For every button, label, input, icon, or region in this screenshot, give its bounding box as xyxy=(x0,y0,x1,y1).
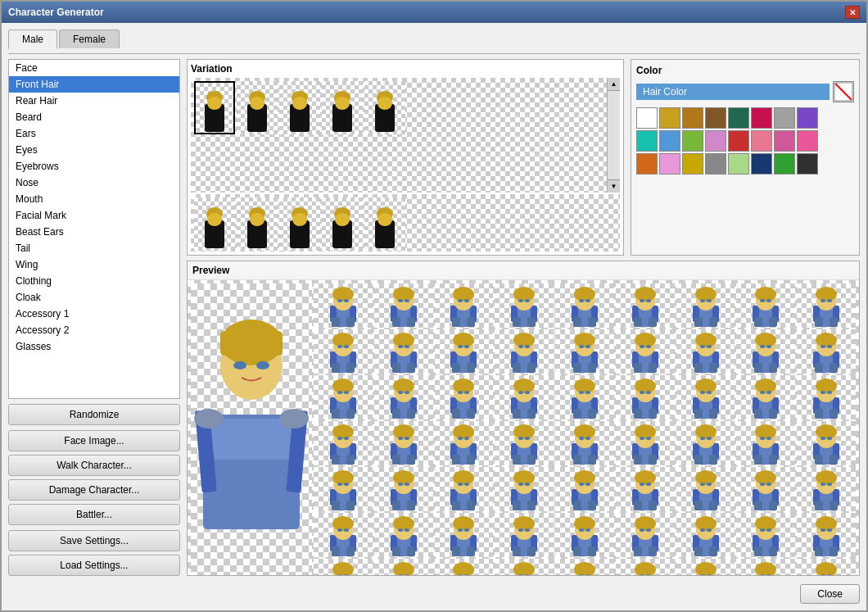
color-swatch-9[interactable] xyxy=(659,130,680,152)
color-swatch-3[interactable] xyxy=(705,107,726,129)
svg-point-8 xyxy=(292,97,307,110)
category-ears[interactable]: Ears xyxy=(9,125,179,142)
svg-point-121 xyxy=(821,299,825,302)
svg-rect-340 xyxy=(649,455,657,465)
variation-item-4[interactable] xyxy=(322,81,363,134)
color-swatch-17[interactable] xyxy=(659,153,680,175)
category-tail[interactable]: Tail xyxy=(9,240,179,256)
variation-item-1[interactable] xyxy=(194,81,235,134)
category-glasses[interactable]: Glasses xyxy=(9,338,179,355)
tab-male[interactable]: Male xyxy=(8,29,57,49)
svg-rect-195 xyxy=(754,363,762,373)
category-eyes[interactable]: Eyes xyxy=(9,142,179,158)
color-swatch-2[interactable] xyxy=(682,107,703,129)
variation-item-2[interactable] xyxy=(237,81,278,134)
variation-item-10[interactable] xyxy=(364,197,405,251)
battler-button[interactable]: Battler... xyxy=(8,504,180,525)
color-swatch-10[interactable] xyxy=(682,130,703,152)
svg-point-392 xyxy=(464,483,469,486)
category-mouth[interactable]: Mouth xyxy=(9,191,179,207)
category-facial-mark[interactable]: Facial Mark xyxy=(9,207,179,224)
sprite-cell-31 xyxy=(555,421,614,465)
svg-point-391 xyxy=(458,483,463,486)
load-settings-button[interactable]: Load Settings... xyxy=(8,555,180,576)
variation-item-5[interactable] xyxy=(364,81,405,134)
variation-item-3[interactable] xyxy=(279,81,320,134)
svg-point-102 xyxy=(695,287,717,301)
svg-rect-186 xyxy=(694,363,703,373)
color-swatch-11[interactable] xyxy=(705,130,726,152)
category-cloak[interactable]: Cloak xyxy=(9,289,179,306)
randomize-button[interactable]: Randomize xyxy=(8,404,180,425)
category-wing[interactable]: Wing xyxy=(9,256,179,273)
sprite-cell-5 xyxy=(616,283,675,328)
color-swatch-19[interactable] xyxy=(705,153,726,175)
svg-point-273 xyxy=(755,379,776,393)
color-swatch-8[interactable] xyxy=(636,130,658,152)
save-settings-button[interactable]: Save Settings... xyxy=(8,530,180,551)
face-image-button[interactable]: Face Image... xyxy=(8,430,180,451)
color-swatch-16[interactable] xyxy=(636,153,658,175)
svg-point-265 xyxy=(700,391,705,394)
action-buttons: Randomize xyxy=(8,404,180,425)
svg-point-14 xyxy=(377,97,392,110)
color-swatch-15[interactable] xyxy=(797,130,818,152)
color-swatch-1[interactable] xyxy=(659,107,680,129)
category-rear-hair[interactable]: Rear Hair xyxy=(9,93,179,109)
close-button[interactable]: Close xyxy=(800,584,860,604)
color-swatch-6[interactable] xyxy=(774,107,795,129)
variation-item-8[interactable] xyxy=(279,197,320,251)
category-accessory2[interactable]: Accessory 2 xyxy=(9,322,179,338)
color-swatch-0[interactable] xyxy=(636,107,658,129)
category-nose[interactable]: Nose xyxy=(9,175,179,191)
sprite-cell-61 xyxy=(736,559,795,575)
svg-point-59 xyxy=(405,299,409,302)
scroll-down-button[interactable]: ▼ xyxy=(608,179,620,193)
walk-character-button[interactable]: Walk Character... xyxy=(8,455,180,476)
category-face[interactable]: Face xyxy=(9,60,179,76)
color-swatch-14[interactable] xyxy=(774,130,795,152)
sprite-cell-37 xyxy=(374,467,433,511)
hair-color-label[interactable]: Hair Color xyxy=(636,84,830,100)
svg-rect-69 xyxy=(452,317,460,327)
no-color-swatch[interactable] xyxy=(833,81,854,102)
color-swatch-7[interactable] xyxy=(797,107,818,129)
svg-point-464 xyxy=(405,528,409,532)
sprite-cell-1 xyxy=(374,283,433,328)
svg-point-264 xyxy=(695,379,717,393)
titlebar: Character Generator ✕ xyxy=(2,2,866,23)
titlebar-close-button[interactable]: ✕ xyxy=(845,6,860,19)
category-front-hair[interactable]: Front Hair xyxy=(9,76,179,93)
variation-scrollbar[interactable]: ▲ ▼ xyxy=(607,78,620,193)
svg-rect-528 xyxy=(815,546,823,556)
variation-item-6[interactable] xyxy=(194,197,235,251)
color-swatch-18[interactable] xyxy=(682,153,703,175)
color-swatch-23[interactable] xyxy=(797,153,818,175)
category-eyebrows[interactable]: Eyebrows xyxy=(9,158,179,175)
svg-point-337 xyxy=(640,437,644,440)
category-accessory1[interactable]: Accessory 1 xyxy=(9,306,179,322)
svg-point-246 xyxy=(574,379,595,393)
sprite-grid xyxy=(314,283,856,575)
tab-female[interactable]: Female xyxy=(59,29,120,48)
svg-point-454 xyxy=(337,528,342,532)
category-clothing[interactable]: Clothing xyxy=(9,273,179,289)
color-swatch-22[interactable] xyxy=(774,153,795,175)
variation-item-7[interactable] xyxy=(237,197,278,251)
scroll-up-button[interactable]: ▲ xyxy=(608,78,620,91)
variation-item-9[interactable] xyxy=(322,197,363,251)
svg-point-606 xyxy=(816,562,837,575)
color-swatch-4[interactable] xyxy=(728,107,749,129)
color-swatch-12[interactable] xyxy=(728,130,749,152)
svg-point-383 xyxy=(405,483,409,486)
svg-rect-438 xyxy=(754,501,762,510)
category-beard[interactable]: Beard xyxy=(9,109,179,125)
category-beast-ears[interactable]: Beast Ears xyxy=(9,224,179,240)
color-swatch-21[interactable] xyxy=(751,153,772,175)
svg-rect-447 xyxy=(815,501,823,510)
color-swatch-20[interactable] xyxy=(728,153,749,175)
damage-character-button[interactable]: Damage Character... xyxy=(8,479,180,501)
sprite-cell-39 xyxy=(495,467,554,511)
color-swatch-13[interactable] xyxy=(751,130,772,152)
color-swatch-5[interactable] xyxy=(751,107,772,129)
